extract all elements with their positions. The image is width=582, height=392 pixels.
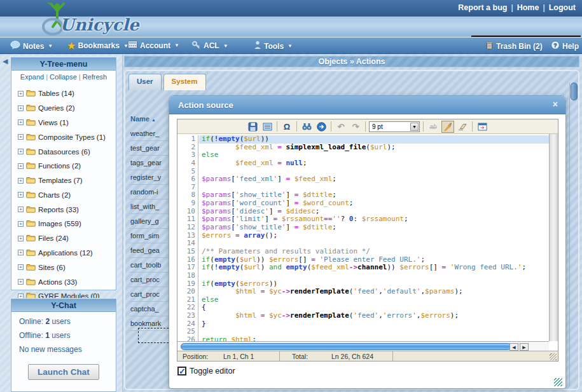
tree-item[interactable]: +Files (24) xyxy=(18,231,116,246)
table-row[interactable]: captcha_ xyxy=(129,302,170,316)
tree-item[interactable]: +Datasources (6) xyxy=(18,144,116,159)
code-line[interactable]: $params['feed_xml'] = $feed_xml; xyxy=(202,175,549,184)
tree-item[interactable]: +Applications (12) xyxy=(18,246,116,260)
code-line[interactable]: if(!empty($url) and empty($feed_xml->cha… xyxy=(202,264,549,272)
speech-bubble-icon xyxy=(10,41,20,51)
undo-icon[interactable]: ↶ xyxy=(335,121,347,133)
table-row[interactable]: list_with_ xyxy=(129,199,170,214)
expand-plus-icon[interactable]: + xyxy=(18,279,24,285)
code-line[interactable]: $html = $yc->renderTemplate('feed','defa… xyxy=(202,288,549,296)
tree-item[interactable]: +Composite Types (1) xyxy=(18,130,116,144)
tree-item[interactable]: +Tables (14) xyxy=(18,86,116,101)
table-row[interactable]: form_sim xyxy=(129,229,170,243)
refresh-link[interactable]: Refresh xyxy=(83,73,107,81)
toggle-editor-icon[interactable] xyxy=(476,121,488,133)
expand-plus-icon[interactable]: + xyxy=(18,264,24,270)
code-line[interactable]: $errors = array(); xyxy=(202,232,549,240)
expand-plus-icon[interactable]: + xyxy=(18,250,24,255)
scroll-left-icon[interactable]: ◀ xyxy=(509,343,518,351)
nav-item-notes[interactable]: Notes▼ xyxy=(10,41,53,51)
report-a-bug-link[interactable]: Report a bug xyxy=(458,3,507,12)
syntax-highlight-icon[interactable] xyxy=(441,121,454,133)
expand-plus-icon[interactable]: + xyxy=(18,178,24,184)
tab-system[interactable]: System xyxy=(163,74,206,90)
table-row[interactable]: test_gear xyxy=(129,141,170,156)
table-row[interactable]: random-i xyxy=(129,185,170,199)
table-row[interactable]: cart_proc xyxy=(129,273,170,287)
launch-chat-button[interactable]: Launch Chat xyxy=(28,364,99,380)
tree-item[interactable]: +Sites (6) xyxy=(18,260,116,274)
code-line[interactable]: return $html; xyxy=(202,336,549,341)
main-vertical-scrollbar[interactable] xyxy=(569,83,578,386)
tree-item[interactable]: +Reports (33) xyxy=(18,202,116,217)
special-chars-icon[interactable]: Ω xyxy=(281,121,293,133)
table-row[interactable]: cart_toolb xyxy=(129,258,170,273)
chevron-down-icon: ▼ xyxy=(48,43,53,49)
status-resize-grip[interactable] xyxy=(550,353,557,360)
expand-plus-icon[interactable]: + xyxy=(18,119,24,125)
expand-plus-icon[interactable]: + xyxy=(18,221,24,227)
code-line[interactable]: else xyxy=(202,296,549,304)
logout-link[interactable]: Logout xyxy=(549,3,576,12)
editor-vertical-scrollbar[interactable] xyxy=(549,134,558,341)
line-number: 18 xyxy=(177,272,195,280)
tree-item[interactable]: +Actions (33) xyxy=(18,274,116,289)
main-scrollbar-thumb[interactable] xyxy=(571,83,578,100)
collapse-link[interactable]: Collapse xyxy=(50,73,77,81)
tree-item[interactable]: +Queries (2) xyxy=(18,101,116,116)
toggle-editor-checkbox[interactable]: ✓ xyxy=(177,367,186,375)
editor-hscroll-thumb[interactable] xyxy=(181,343,511,350)
table-row[interactable]: weather_ xyxy=(129,126,170,141)
home-link[interactable]: Home xyxy=(517,3,539,12)
reset-highlight-icon[interactable] xyxy=(456,121,469,133)
expand-plus-icon[interactable]: + xyxy=(18,163,24,169)
tree-item[interactable]: +Functions (2) xyxy=(18,159,116,173)
editor-body[interactable]: 1234567891011121314151617181920212223242… xyxy=(177,134,549,341)
tree-item[interactable]: +Templates (7) xyxy=(18,173,116,188)
go-to-line-icon[interactable] xyxy=(315,121,328,133)
table-row[interactable]: tags_gear xyxy=(129,156,170,170)
expand-plus-icon[interactable]: + xyxy=(18,149,24,154)
code-line[interactable]: $feed_xml = simplexml_load_file($url); xyxy=(202,144,549,152)
sidebar-collapse-icon[interactable]: ◀ xyxy=(3,57,8,65)
expand-plus-icon[interactable]: + xyxy=(18,236,24,241)
nav-item-trash-bin[interactable]: Trash Bin (2) xyxy=(485,41,543,51)
expand-plus-icon[interactable]: + xyxy=(18,91,24,97)
code-line[interactable]: $html = $yc->renderTemplate('feed','erro… xyxy=(202,312,549,320)
dialog-titlebar[interactable]: Action source × xyxy=(169,96,565,114)
redo-icon[interactable]: ↷ xyxy=(349,121,362,133)
table-row[interactable]: gallery_g xyxy=(129,214,170,229)
scroll-right-icon[interactable]: ▶ xyxy=(520,343,529,351)
code-line[interactable]: $feed_xml = null; xyxy=(202,159,549,168)
nav-item-acl[interactable]: ACL▼ xyxy=(191,41,228,51)
search-icon[interactable] xyxy=(300,121,313,133)
tree-item[interactable]: +Images (559) xyxy=(18,217,116,231)
code-text[interactable]: if(!empty($url)) $feed_xml = simplexml_l… xyxy=(202,135,549,341)
expand-plus-icon[interactable]: + xyxy=(18,105,24,111)
chevron-down-icon[interactable]: ▼ xyxy=(410,123,419,131)
name-column-header[interactable]: Name ▲ xyxy=(129,113,170,126)
font-size-select[interactable]: 9 pt▼ xyxy=(369,121,420,132)
folder-icon xyxy=(26,189,36,201)
word-wrap-icon[interactable]: ab xyxy=(427,121,440,133)
expand-plus-icon[interactable]: + xyxy=(18,206,24,212)
save-icon[interactable] xyxy=(246,121,259,133)
close-icon[interactable]: × xyxy=(553,99,558,109)
nav-item-help[interactable]: ?Help xyxy=(551,41,579,51)
expand-plus-icon[interactable]: + xyxy=(18,192,24,198)
tree-item[interactable]: +Charts (2) xyxy=(18,187,116,202)
dialog-resize-grip[interactable] xyxy=(554,378,562,386)
nav-item-tools[interactable]: Tools▼ xyxy=(254,41,293,51)
expand-plus-icon[interactable]: + xyxy=(18,134,24,140)
tab-user[interactable]: User xyxy=(128,74,162,90)
nav-item-account[interactable]: Account▼ xyxy=(128,41,179,50)
table-row[interactable]: register_y xyxy=(129,170,170,185)
select-all-icon[interactable] xyxy=(261,121,274,133)
editor-horizontal-scrollbar[interactable]: ◀ ▶ xyxy=(177,341,549,351)
table-row[interactable]: feed_gea xyxy=(129,243,170,258)
code-line[interactable]: } xyxy=(202,320,549,328)
expand-link[interactable]: Expand xyxy=(20,73,44,81)
table-row[interactable]: cart_proc xyxy=(129,287,170,302)
nav-item-bookmarks[interactable]: ★Bookmarks▼ xyxy=(67,41,128,51)
tree-item[interactable]: +Views (1) xyxy=(18,116,116,130)
